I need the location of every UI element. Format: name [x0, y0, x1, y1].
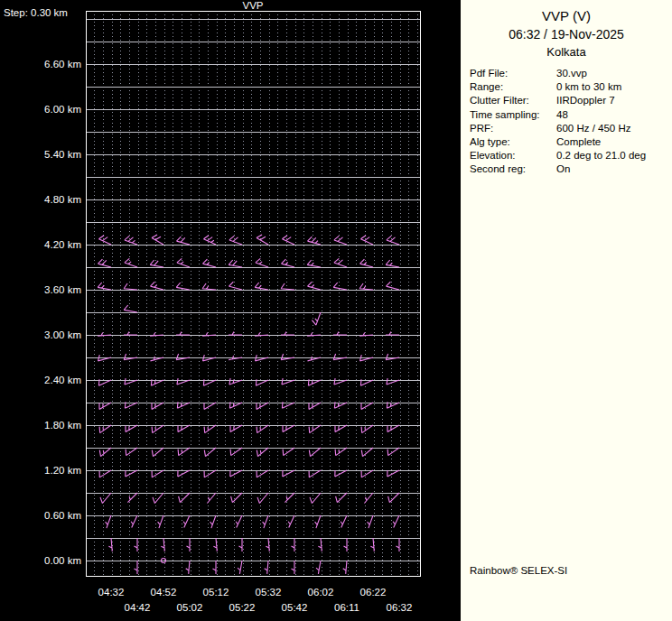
wind-barb — [207, 493, 216, 504]
wind-barb — [135, 538, 138, 551]
parameter-row: Pdf File:30.vvp — [470, 67, 672, 80]
y-axis-label: 0.60 km — [44, 510, 81, 521]
wind-barb — [312, 312, 321, 325]
x-axis-label: 06:02 — [308, 587, 334, 598]
wind-barbs — [98, 235, 399, 574]
wind-barb — [368, 515, 373, 528]
wind-barb — [131, 515, 137, 528]
y-axis-label: 0.00 km — [44, 555, 81, 566]
y-axis-label: 3.60 km — [44, 284, 81, 295]
wind-barb — [151, 282, 164, 290]
parameter-value: 48 — [556, 108, 568, 122]
wind-barb — [333, 332, 347, 336]
wind-barb — [158, 515, 163, 528]
wind-barb — [334, 258, 347, 267]
wind-barb — [307, 332, 321, 336]
parameter-row: Time sampling:48 — [470, 108, 672, 122]
wind-barb — [309, 448, 321, 457]
wind-barb — [336, 493, 347, 503]
wind-barb — [361, 403, 373, 410]
wind-barb — [310, 493, 321, 504]
wind-barb — [387, 470, 399, 477]
wind-barb — [315, 515, 321, 528]
wind-barb — [178, 425, 190, 432]
parameter-label: Time sampling: — [470, 108, 556, 122]
wind-barb — [281, 283, 294, 290]
y-axis-label: 6.00 km — [44, 104, 81, 115]
parameter-value: IIRDoppler 7 — [556, 94, 615, 107]
wind-barb — [387, 425, 399, 432]
wind-barb — [265, 561, 268, 574]
wind-barb — [309, 425, 321, 433]
wind-barb — [124, 305, 137, 312]
wind-barb — [183, 515, 190, 528]
parameter-value: 0 km to 30 km — [556, 80, 621, 94]
wind-barb — [281, 332, 294, 336]
wind-barb — [281, 354, 294, 360]
wind-barb — [361, 448, 373, 457]
wind-barb — [397, 538, 400, 551]
wind-barb — [333, 283, 347, 290]
wind-barb — [283, 448, 294, 456]
y-axis-label: 4.80 km — [44, 194, 81, 205]
parameter-row: Clutter Filter:IIRDoppler 7 — [470, 94, 672, 107]
x-axis-labels: 04:3204:4204:5205:0205:1205:2205:3205:42… — [98, 587, 413, 613]
wind-barb — [334, 378, 347, 385]
parameter-label: Alg type: — [470, 135, 556, 149]
wind-barb — [257, 425, 268, 433]
wind-barb — [186, 561, 190, 574]
x-axis-label: 05:42 — [282, 602, 308, 613]
wind-barb — [153, 493, 163, 504]
wind-barb — [370, 538, 374, 551]
wind-barb — [176, 354, 190, 360]
wind-barb — [283, 470, 294, 477]
wind-barb — [177, 378, 190, 385]
wind-barb — [176, 332, 190, 336]
wind-barb — [99, 470, 111, 477]
wind-barb — [263, 515, 268, 528]
wind-barb — [360, 259, 374, 267]
wind-barb — [257, 493, 268, 504]
wind-barb — [210, 515, 216, 528]
y-axis-label: 4.20 km — [44, 239, 81, 250]
wind-barb — [335, 448, 347, 456]
wind-barb — [125, 258, 137, 267]
wind-barb — [361, 425, 373, 433]
x-axis-label: 04:32 — [98, 587, 125, 598]
wind-barb — [124, 283, 137, 290]
wind-barb — [309, 403, 321, 410]
wind-barb — [230, 425, 242, 432]
wind-barb — [386, 332, 399, 336]
parameter-value: 600 Hz / 450 Hz — [556, 122, 630, 135]
wind-barb — [309, 470, 321, 477]
wind-barb — [124, 354, 137, 360]
parameter-row: Second reg:On — [470, 162, 672, 176]
wind-barb — [229, 260, 242, 267]
wind-barb — [203, 236, 216, 245]
parameter-label: Range: — [470, 80, 556, 94]
wind-barb — [106, 515, 111, 528]
wind-barb — [282, 236, 294, 245]
wind-barb — [364, 493, 373, 504]
parameter-list: Pdf File:30.vvpRange:0 km to 30 kmClutte… — [470, 67, 672, 177]
y-axis-label: 1.20 km — [44, 465, 81, 476]
wind-barb — [282, 259, 295, 267]
parameter-row: PRF:600 Hz / 450 Hz — [470, 122, 672, 135]
wind-barb — [359, 332, 373, 336]
wind-barb — [98, 283, 111, 290]
wind-barb — [341, 515, 347, 528]
parameter-label: Elevation: — [470, 149, 556, 162]
wind-barb — [386, 260, 399, 267]
wind-barb — [177, 236, 191, 245]
wind-barb — [387, 282, 400, 290]
wind-barb — [150, 332, 163, 336]
wind-barb — [204, 470, 216, 477]
y-axis-label: 3.00 km — [44, 329, 81, 340]
wind-barb — [126, 470, 137, 477]
wind-barb — [187, 538, 191, 551]
y-axis-label: 5.40 km — [44, 149, 81, 160]
y-axis-label: 1.80 km — [44, 420, 81, 431]
wind-barb — [152, 448, 163, 457]
wind-barb — [98, 236, 111, 245]
wind-barb — [308, 282, 322, 290]
